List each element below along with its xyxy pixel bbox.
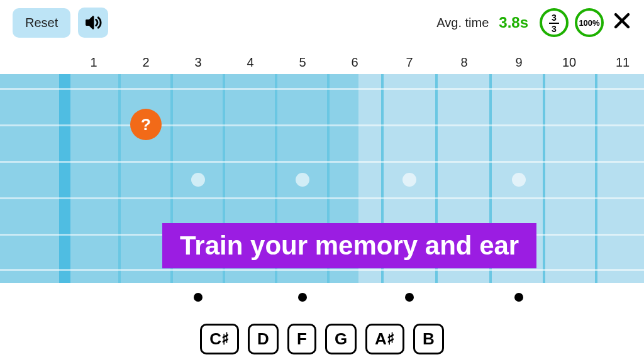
fretboard-inlay: [296, 173, 309, 187]
fret-number: 3: [194, 55, 201, 70]
note-button[interactable]: C♯: [200, 324, 239, 354]
note-button[interactable]: A♯: [365, 324, 404, 354]
fretboard-nut: [59, 74, 70, 283]
fret-number: 2: [142, 55, 149, 70]
fret-number: 5: [299, 55, 306, 70]
fret-marker-dot: [298, 293, 307, 302]
fret-line: [118, 74, 121, 283]
fret-number: 6: [351, 55, 358, 70]
sound-button[interactable]: [78, 8, 108, 38]
score-total: 3: [552, 24, 557, 33]
fret-line: [595, 74, 597, 283]
fret-number: 9: [515, 55, 522, 70]
svg-marker-0: [87, 17, 94, 29]
fret-numbers: 1234567891011: [0, 55, 644, 74]
fret-number: 11: [616, 55, 630, 70]
fret-number: 8: [460, 55, 467, 70]
note-button[interactable]: G: [325, 324, 357, 354]
fret-number: 7: [406, 55, 413, 70]
question-marker: ?: [130, 109, 162, 140]
promo-banner: Train your memory and ear: [162, 223, 536, 268]
fret-marker-dot: [514, 293, 523, 302]
string: [0, 88, 644, 90]
note-button[interactable]: B: [413, 324, 444, 354]
string: [0, 269, 644, 271]
fretboard-inlay: [191, 173, 205, 187]
fret-number: 10: [562, 55, 576, 70]
fretboard-inlay: [402, 173, 416, 187]
note-button[interactable]: D: [248, 324, 279, 354]
score-correct: 3: [549, 13, 559, 24]
fret-line: [543, 74, 545, 283]
reset-button[interactable]: Reset: [13, 8, 70, 38]
fret-number: 1: [90, 55, 97, 70]
note-buttons: C♯DFGA♯B: [0, 324, 644, 354]
close-icon: [613, 11, 631, 30]
fret-marker-dot: [405, 293, 414, 302]
avg-time-value: 3.8s: [499, 14, 528, 31]
string: [0, 124, 644, 126]
fret-number: 4: [247, 55, 253, 70]
percent-badge: 100%: [575, 8, 604, 37]
string: [0, 161, 644, 163]
score-badge: 3 3: [540, 8, 569, 37]
fret-marker-dot: [194, 293, 203, 302]
avg-time-label: Avg. time: [436, 16, 489, 30]
string: [0, 197, 644, 199]
close-button[interactable]: [613, 9, 631, 36]
speaker-icon: [84, 14, 102, 31]
note-button[interactable]: F: [287, 324, 316, 354]
fretboard-inlay: [512, 173, 526, 187]
